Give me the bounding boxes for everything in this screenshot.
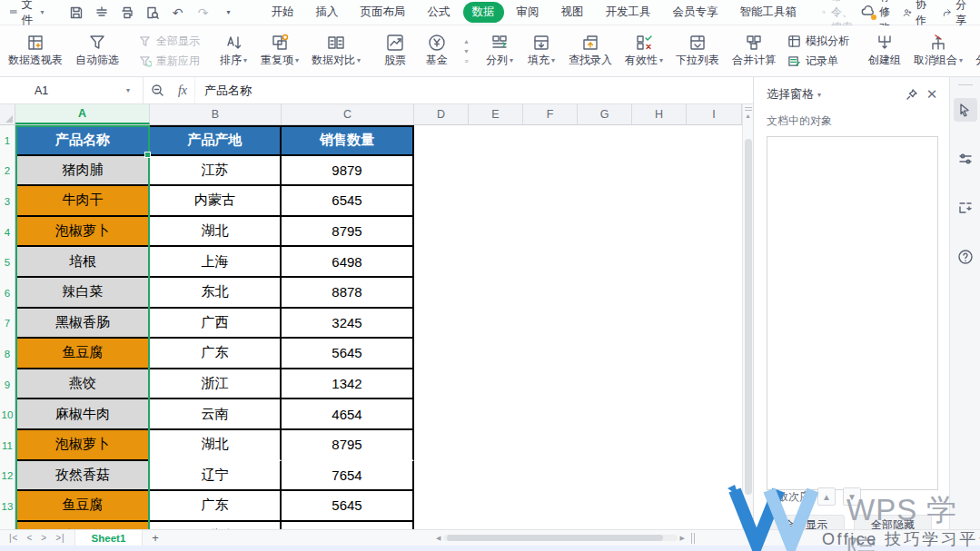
last-sheet-icon[interactable]: >| (55, 533, 64, 543)
ribbon-scroll-buttons[interactable]: ▲▼≡ (460, 25, 473, 76)
cell-qty[interactable]: 1342 (282, 369, 414, 400)
vertical-scrollbar[interactable]: ▲ (742, 104, 753, 529)
column-header-c[interactable]: C (282, 104, 414, 124)
stock-button[interactable]: 股票 (374, 29, 416, 73)
tab-home[interactable]: 开始 (262, 2, 303, 23)
tab-data[interactable]: 数据 (463, 2, 504, 23)
move-up-button[interactable]: ▲ (817, 487, 836, 506)
sheet-tab-sheet1[interactable]: Sheet1 (74, 530, 144, 546)
cell-product[interactable]: 鱼豆腐 (15, 491, 150, 522)
cell-origin[interactable]: 广东 (150, 491, 282, 522)
move-down-button[interactable]: ▼ (843, 487, 861, 506)
cell-qty[interactable]: 4654 (282, 399, 414, 430)
row-header[interactable]: 8 (0, 339, 15, 369)
show-all-button[interactable]: 全部显示 (138, 34, 200, 49)
cell-origin[interactable]: 广东 (150, 339, 282, 369)
help-icon[interactable] (954, 245, 977, 269)
cell-origin[interactable]: 湖北 (150, 217, 282, 248)
zoom-formula-icon[interactable] (144, 77, 171, 103)
cell-qty[interactable]: 5645 (282, 491, 414, 522)
row-header[interactable]: 2 (0, 156, 15, 187)
cell-product[interactable]: 孜然香菇 (15, 461, 150, 492)
cell-product[interactable]: 猪肉脯 (15, 156, 150, 187)
cell-product[interactable]: 辣白菜 (15, 278, 150, 309)
text-to-columns-button[interactable]: 分列▾ (479, 29, 520, 73)
name-box[interactable]: A1 ▾ (0, 77, 144, 103)
row-header[interactable]: 10 (0, 399, 15, 430)
fund-button[interactable]: 基金 (416, 29, 458, 73)
pivot-pane-tool-icon[interactable] (954, 196, 977, 220)
tab-review[interactable]: 审阅 (508, 2, 549, 23)
cell-product[interactable]: 麻椒牛肉 (15, 399, 150, 430)
row-header[interactable]: 5 (0, 247, 15, 278)
cell-qty[interactable]: 8795 (282, 430, 414, 461)
cell-origin[interactable]: 内蒙古 (150, 522, 282, 529)
row-header[interactable]: 13 (0, 491, 15, 522)
column-header-g[interactable]: G (578, 104, 632, 124)
tab-member[interactable]: 会员专享 (664, 2, 728, 23)
cell-origin[interactable]: 辽宁 (150, 461, 282, 492)
cell-qty[interactable]: 5645 (282, 339, 414, 369)
record-form-button[interactable]: 记录单 (787, 54, 849, 69)
column-header-h[interactable]: H (632, 104, 687, 124)
scroll-up-icon[interactable]: ▲ (743, 113, 753, 119)
cell-qty[interactable]: 9879 (282, 156, 414, 187)
cell-origin[interactable]: 广西 (150, 309, 282, 339)
reapply-button[interactable]: 重新应用 (138, 54, 200, 69)
column-header-b[interactable]: B (150, 104, 282, 124)
pane-dropdown-icon[interactable]: ▾ (817, 91, 821, 99)
tab-page-layout[interactable]: 页面布局 (351, 2, 415, 23)
tab-view[interactable]: 视图 (552, 2, 593, 23)
row-header[interactable]: 9 (0, 369, 15, 400)
column-header-e[interactable]: E (469, 104, 523, 124)
ungroup-button[interactable]: 取消组合▾ (907, 29, 969, 73)
row-header[interactable]: 14 (0, 522, 15, 529)
row-header[interactable]: 1 (0, 125, 15, 156)
select-all-corner[interactable] (0, 104, 15, 124)
tab-insert[interactable]: 插入 (307, 2, 348, 23)
find-entry-button[interactable]: 查找录入 (562, 29, 619, 73)
properties-tool-icon[interactable] (954, 147, 977, 171)
cell-qty[interactable]: 6498 (282, 247, 414, 278)
cell-qty[interactable]: 8795 (282, 217, 414, 248)
selection-pane-tool-icon[interactable] (954, 98, 977, 122)
cell-origin[interactable]: 云南 (150, 399, 282, 430)
cell-product[interactable]: 牛肉干 (15, 522, 150, 529)
objects-list[interactable] (767, 136, 938, 490)
cell-product[interactable]: 培根 (15, 247, 150, 278)
vertical-scroll-thumb[interactable] (745, 139, 752, 495)
cell-origin[interactable]: 内蒙古 (150, 186, 282, 217)
fill-button[interactable]: 填充▾ (520, 29, 562, 73)
share-button[interactable]: 分享 (943, 0, 970, 28)
prev-sheet-icon[interactable]: < (26, 533, 33, 543)
dropdown-list-button[interactable]: 下拉列表 (669, 29, 726, 73)
row-header[interactable]: 12 (0, 461, 15, 492)
split-handle[interactable] (745, 107, 752, 111)
name-box-dropdown-icon[interactable]: ▾ (126, 86, 130, 94)
scroll-left-icon[interactable]: ◀ (436, 535, 441, 542)
sort-button[interactable]: 排序▾ (213, 29, 254, 73)
close-icon[interactable]: ✕ (924, 86, 940, 103)
row-header[interactable]: 6 (0, 278, 15, 309)
file-menu-button[interactable]: 文件 ▾ (0, 0, 52, 25)
row-header[interactable]: 7 (0, 309, 15, 339)
cell-product[interactable]: 黑椒香肠 (15, 309, 150, 339)
horizontal-scroll-thumb[interactable] (447, 535, 663, 541)
save-icon[interactable] (68, 5, 84, 21)
cell-product[interactable]: 泡椒萝卜 (15, 217, 150, 248)
split-handle[interactable] (691, 533, 695, 544)
subtotal-button[interactable]: 分类汇总 (969, 29, 980, 73)
cell-qty[interactable]: 3245 (282, 309, 414, 339)
tab-smart-toolbox[interactable]: 智能工具箱 (731, 2, 807, 23)
auto-filter-button[interactable]: 自动筛选 (69, 29, 125, 73)
cell-product[interactable]: 牛肉干 (15, 186, 150, 217)
export-icon[interactable] (94, 5, 110, 21)
cell-qty[interactable]: 6545 (282, 186, 414, 217)
column-header-d[interactable]: D (414, 104, 469, 124)
row-header[interactable]: 11 (0, 430, 15, 461)
column-header-i[interactable]: I (687, 104, 742, 124)
cell-origin[interactable]: 湖北 (150, 430, 282, 461)
cell-product[interactable]: 泡椒萝卜 (15, 430, 150, 461)
cell-origin[interactable]: 东北 (150, 278, 282, 309)
cell-qty[interactable]: 7654 (282, 461, 414, 492)
